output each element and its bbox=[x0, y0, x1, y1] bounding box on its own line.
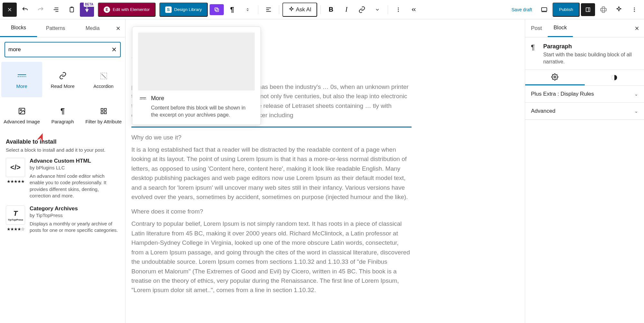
html-icon: </> bbox=[6, 158, 25, 177]
block-read-more[interactable]: Read More bbox=[42, 62, 83, 97]
publish-button[interactable]: Publish bbox=[553, 3, 580, 17]
paragraph-tool-icon[interactable]: ¶ bbox=[225, 3, 239, 17]
item-desc: Displays a monthly or yearly archive of … bbox=[30, 221, 119, 234]
svg-point-29 bbox=[20, 109, 22, 111]
paragraph-block[interactable]: It is a long established fact that a rea… bbox=[131, 145, 412, 202]
undo-button[interactable] bbox=[18, 3, 32, 17]
panel-display-rules[interactable]: Plus Extra : Display Rules⌄ bbox=[525, 86, 644, 103]
preview-description: Content before this block will be shown … bbox=[138, 104, 255, 119]
item-title: Advance Custom HTML bbox=[30, 158, 119, 164]
svg-rect-31 bbox=[104, 109, 106, 110]
elementor-button[interactable]: E Edit with Elementor bbox=[98, 3, 156, 17]
install-item[interactable]: T TipTopPress ★★★★☆ Category Archives by… bbox=[6, 205, 119, 234]
menu-button[interactable] bbox=[3, 3, 17, 17]
beta-badge: BETA bbox=[84, 2, 95, 7]
settings-panel-button[interactable] bbox=[581, 3, 595, 16]
tab-patterns[interactable]: Patterns bbox=[37, 19, 74, 37]
avail-title: Available to install bbox=[6, 138, 119, 145]
more-block-insert-line[interactable] bbox=[131, 127, 412, 128]
plugin-icon-button[interactable] bbox=[596, 3, 611, 17]
styles-tab-icon[interactable] bbox=[585, 70, 644, 85]
svg-rect-33 bbox=[104, 112, 106, 114]
block-advanced-image[interactable]: Advanced Image bbox=[1, 97, 42, 133]
ask-ai-button[interactable]: Ask AI bbox=[282, 3, 317, 17]
svg-point-12 bbox=[398, 7, 399, 8]
block-filter-attribute[interactable]: Filter by Attribute bbox=[83, 97, 124, 133]
design-library-button[interactable]: S Design Library bbox=[159, 3, 208, 17]
outline-button[interactable] bbox=[49, 3, 63, 17]
bold-button[interactable]: B bbox=[324, 3, 338, 17]
item-title: Category Archives bbox=[30, 205, 119, 212]
search-input[interactable] bbox=[8, 46, 111, 53]
options-button[interactable] bbox=[391, 3, 405, 17]
link-icon bbox=[59, 71, 67, 81]
heading-block[interactable]: Where does it come from? bbox=[131, 208, 412, 215]
link-button[interactable] bbox=[355, 3, 369, 17]
block-more[interactable]: More bbox=[1, 62, 42, 97]
inserter-tabs: Blocks Patterns Media bbox=[0, 19, 125, 37]
copy-icon-button[interactable] bbox=[210, 4, 224, 15]
paragraph-icon: ¶ bbox=[61, 106, 65, 116]
tab-media[interactable]: Media bbox=[74, 19, 111, 37]
divider bbox=[388, 5, 388, 14]
paragraph-block[interactable]: Contrary to popular belief, Lorem Ipsum … bbox=[131, 219, 412, 295]
available-to-install-section: Available to install Select a block to i… bbox=[0, 133, 125, 240]
divider bbox=[320, 5, 321, 14]
chevron-down-icon: ⌄ bbox=[634, 109, 638, 114]
inserter-sidebar: Blocks Patterns Media ✕ More Read More A… bbox=[0, 19, 126, 323]
collapse-button[interactable] bbox=[407, 3, 421, 17]
clipboard-button[interactable] bbox=[64, 3, 79, 17]
svg-point-13 bbox=[398, 9, 399, 10]
ai-sparkle-button[interactable] bbox=[612, 3, 626, 17]
svg-point-23 bbox=[634, 11, 635, 12]
settings-sidebar: Post Block ¶ Paragraph Start with the ba… bbox=[525, 19, 644, 323]
svg-point-22 bbox=[634, 9, 635, 10]
settings-close-button[interactable] bbox=[630, 25, 644, 31]
block-paragraph[interactable]: ¶ Paragraph bbox=[42, 97, 83, 133]
block-info-header: ¶ Paragraph Start with the basic buildin… bbox=[525, 37, 644, 70]
svg-rect-17 bbox=[586, 8, 590, 12]
preview-title: More bbox=[151, 95, 164, 102]
redo-button[interactable] bbox=[33, 3, 48, 17]
svg-rect-20 bbox=[601, 8, 606, 11]
rating-stars: ★★★★☆ bbox=[7, 227, 24, 232]
item-author: by TipTopPress bbox=[30, 213, 119, 218]
blocks-grid: More Read More Accordion Advanced Image … bbox=[0, 62, 125, 133]
top-toolbar: BETA E Edit with Elementor S Design Libr… bbox=[0, 0, 644, 19]
block-preview-popover: More Content before this block will be s… bbox=[132, 26, 261, 125]
svg-point-14 bbox=[398, 11, 399, 12]
preview-thumbnail bbox=[138, 33, 255, 90]
more-format-button[interactable] bbox=[370, 3, 384, 17]
align-button[interactable] bbox=[261, 3, 276, 17]
editor-canvas[interactable]: More Content before this block will be s… bbox=[126, 19, 525, 323]
svg-rect-8 bbox=[215, 8, 218, 11]
svg-rect-19 bbox=[602, 7, 605, 13]
transform-button[interactable] bbox=[241, 3, 255, 17]
inspector-icon-tabs bbox=[525, 70, 644, 86]
more-options-button[interactable] bbox=[627, 3, 641, 17]
italic-button[interactable]: I bbox=[339, 3, 354, 17]
heading-block[interactable]: Why do we use it? bbox=[131, 134, 412, 141]
svg-rect-15 bbox=[542, 7, 547, 11]
settings-tab-icon[interactable] bbox=[525, 70, 585, 85]
clear-search-button[interactable]: ✕ bbox=[111, 46, 117, 53]
tab-post[interactable]: Post bbox=[525, 19, 548, 37]
install-item[interactable]: </> ★★★★★ Advance Custom HTML by bPlugin… bbox=[6, 158, 119, 199]
tab-block[interactable]: Block bbox=[548, 19, 573, 37]
block-accordion[interactable]: Accordion bbox=[83, 62, 124, 97]
save-draft-button[interactable]: Save draft bbox=[507, 3, 536, 17]
block-desc: Start with the basic building block of a… bbox=[543, 51, 638, 66]
divider bbox=[258, 5, 258, 14]
tab-blocks[interactable]: Blocks bbox=[0, 19, 37, 37]
more-icon bbox=[17, 71, 27, 81]
chevron-down-icon: ⌄ bbox=[634, 91, 638, 97]
svg-rect-30 bbox=[101, 109, 103, 110]
grid-icon bbox=[100, 106, 107, 116]
panel-advanced[interactable]: Advanced⌄ bbox=[525, 103, 644, 120]
avail-sub: Select a block to install and add it to … bbox=[6, 147, 119, 153]
preview-button[interactable] bbox=[537, 3, 551, 17]
image-icon bbox=[18, 106, 26, 116]
inserter-close-button[interactable] bbox=[111, 25, 125, 31]
settings-tabs: Post Block bbox=[525, 19, 644, 37]
svg-rect-32 bbox=[101, 112, 103, 114]
